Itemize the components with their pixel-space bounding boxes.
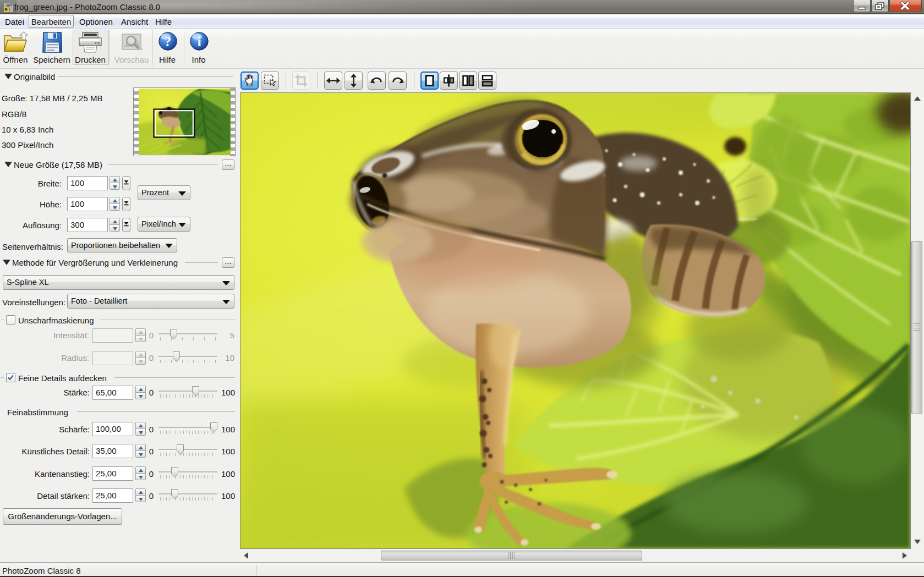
svg-text:i: i xyxy=(197,34,201,50)
svg-text:?: ? xyxy=(165,34,172,49)
